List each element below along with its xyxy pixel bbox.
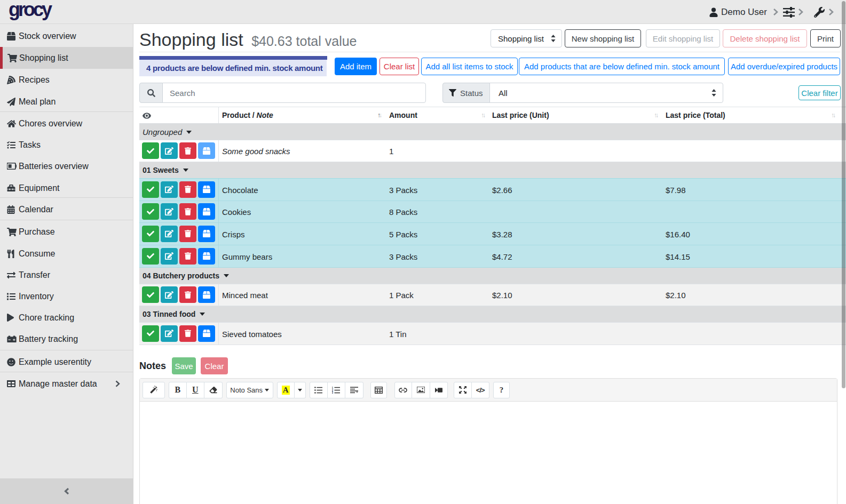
svg-text:3: 3 (332, 391, 334, 394)
